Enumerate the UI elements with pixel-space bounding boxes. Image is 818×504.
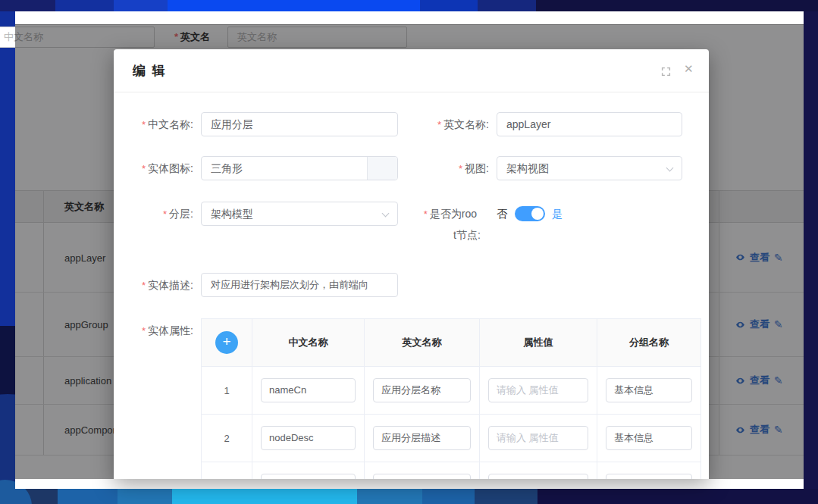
en-name-label: *英文名称: <box>409 112 489 137</box>
attribute-row: 1 nameCn 应用分层名称 请输入 属性值 基本信息 <box>202 366 700 414</box>
toggle-off-label: 否 <box>497 202 507 226</box>
is-root-toggle[interactable] <box>515 206 545 221</box>
icon-picker-suffix[interactable] <box>367 157 397 180</box>
decor-band <box>422 489 475 504</box>
decor-band <box>118 489 172 504</box>
required-mark: * <box>142 280 146 291</box>
attributes-table-header: + 中文名称 英文名称 属性值 分组名称 <box>202 319 700 366</box>
attr-value-input[interactable]: 请输入 属性值 <box>488 474 588 479</box>
required-mark: * <box>424 208 428 220</box>
view-select[interactable]: 架构视图 <box>497 156 682 180</box>
decor-band <box>537 489 818 504</box>
cn-name-input[interactable]: 应用分层 <box>201 112 398 136</box>
toggle-knob <box>531 208 544 220</box>
entity-desc-input[interactable]: 对应用进行架构层次划分，由前端向 <box>201 273 398 297</box>
screen: 中文名称 *英文名 英文名称 英文名称 appLayer 查看 ✎ <box>0 0 818 504</box>
attributes-table: + 中文名称 英文名称 属性值 分组名称 1 nameCn 应用分层名称 请输入… <box>201 318 701 479</box>
attr-value-input[interactable]: 请输入 属性值 <box>488 378 588 402</box>
attr-group-select[interactable]: 基本信息 <box>606 378 692 402</box>
column-header-en-name: 英文名称 <box>365 319 480 366</box>
decor-band <box>58 489 118 504</box>
attr-en-input[interactable]: 应用分层名称 <box>373 378 471 402</box>
edit-modal: 编 辑 ✕ *中文名称: 应用分层 *英文名称: appLayer *实体图标:… <box>114 49 709 479</box>
decor-left-band <box>0 11 15 326</box>
layer-select[interactable]: 架构模型 <box>201 202 398 226</box>
required-mark: * <box>459 163 462 174</box>
decor-band <box>114 0 168 11</box>
decor-band <box>420 0 478 11</box>
required-mark: * <box>437 119 441 130</box>
chevron-down-icon <box>382 210 390 218</box>
decor-band <box>0 0 55 11</box>
app-window: 中文名称 *英文名 英文名称 英文名称 appLayer 查看 ✎ <box>15 11 804 489</box>
layer-label: *分层: <box>114 202 193 227</box>
add-attribute-button[interactable]: + <box>215 331 238 354</box>
decor-band <box>357 489 422 504</box>
decor-band <box>55 0 114 11</box>
is-root-label-line2: t节点: <box>453 229 481 243</box>
required-mark: * <box>142 119 146 130</box>
row-index: 3 <box>202 462 252 479</box>
attr-group-select[interactable]: 基本信息 <box>606 426 692 450</box>
attr-en-input[interactable]: 应用分层英文名 <box>373 474 471 479</box>
entity-attrs-label: *实体属性: <box>114 318 193 343</box>
column-header-cn-name: 中文名称 <box>252 319 365 366</box>
cn-name-label: *中文名称: <box>114 112 193 137</box>
toggle-on-label: 是 <box>552 202 563 226</box>
attribute-row: 2 nodeDesc 应用分层描述 请输入 属性值 基本信息 <box>202 414 700 462</box>
decor-right-band <box>804 11 818 489</box>
attr-en-input[interactable]: 应用分层描述 <box>373 426 471 450</box>
chevron-down-icon <box>666 164 674 172</box>
attr-value-input[interactable]: 请输入 属性值 <box>488 426 588 450</box>
required-mark: * <box>163 208 167 220</box>
entity-icon-input[interactable]: 三角形 <box>201 156 398 180</box>
attr-group-select[interactable]: 基本信息 <box>606 474 692 479</box>
row-index: 2 <box>202 415 252 462</box>
en-name-input[interactable]: appLayer <box>497 112 682 136</box>
entity-icon-label: *实体图标: <box>114 156 193 181</box>
attribute-row: 3 nameEn 应用分层英文名 请输入 属性值 基本信息 <box>202 462 700 479</box>
attr-cn-input[interactable]: nameEn <box>261 474 356 479</box>
view-label: *视图: <box>409 156 489 181</box>
column-header-group-name: 分组名称 <box>597 319 700 366</box>
attr-cn-input[interactable]: nameCn <box>261 378 356 402</box>
decor-band <box>475 489 537 504</box>
add-column-cell: + <box>202 319 252 366</box>
entity-desc-label: *实体描述: <box>114 273 193 298</box>
row-index: 1 <box>202 367 252 414</box>
required-mark: * <box>142 163 146 174</box>
is-root-label-line1: *是否为roo <box>421 202 477 227</box>
modal-header: 编 辑 ✕ <box>114 49 709 92</box>
modal-title: 编 辑 <box>133 62 167 80</box>
decor-band <box>478 0 536 11</box>
required-mark: * <box>142 325 146 337</box>
column-header-attr-value: 属性值 <box>480 319 597 366</box>
attr-cn-input[interactable]: nodeDesc <box>261 426 356 450</box>
close-icon[interactable]: ✕ <box>684 62 694 76</box>
decor-band <box>172 489 357 504</box>
fullscreen-icon[interactable] <box>661 66 671 80</box>
decor-band <box>168 0 420 11</box>
